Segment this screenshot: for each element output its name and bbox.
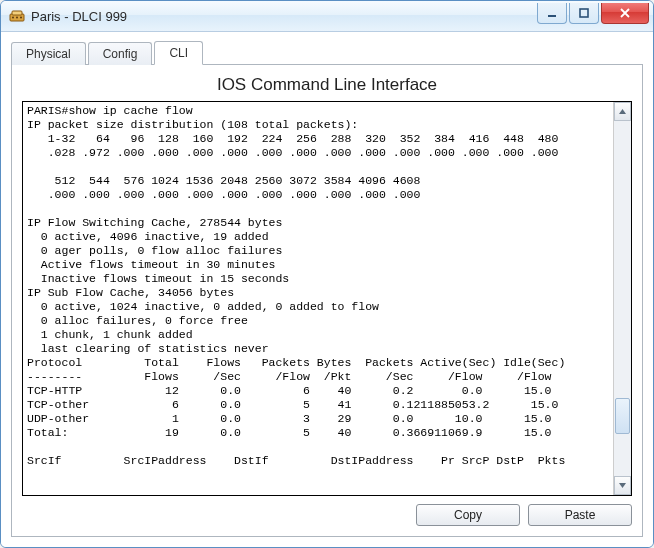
scroll-track[interactable] — [614, 121, 631, 476]
svg-point-4 — [20, 17, 22, 19]
app-icon — [9, 8, 25, 24]
button-row: Copy Paste — [22, 504, 632, 526]
panel-heading: IOS Command Line Interface — [22, 75, 632, 95]
cli-line: Protocol Total Flows Packets Bytes Packe… — [27, 356, 565, 369]
cli-line: TCP-other 6 0.0 5 41 0.1211885053.2 15.0 — [27, 398, 558, 411]
scroll-up-button[interactable] — [614, 102, 631, 121]
svg-rect-6 — [580, 9, 588, 17]
tab-cli[interactable]: CLI — [154, 41, 203, 65]
cli-panel: IOS Command Line Interface PARIS#show ip… — [11, 65, 643, 537]
cli-line: Total: 19 0.0 5 40 0.366911069.9 15.0 — [27, 426, 552, 439]
cli-line: 1-32 64 96 128 160 192 224 256 288 320 3… — [27, 132, 558, 145]
maximize-button[interactable] — [569, 3, 599, 24]
cli-line: 512 544 576 1024 1536 2048 2560 3072 358… — [27, 174, 420, 187]
svg-rect-1 — [12, 11, 22, 15]
cli-line: Inactive flows timeout in 15 seconds — [27, 272, 289, 285]
cli-line: .028 .972 .000 .000 .000 .000 .000 .000 … — [27, 146, 558, 159]
close-button[interactable] — [601, 3, 649, 24]
client-area: Physical Config CLI IOS Command Line Int… — [1, 32, 653, 547]
cli-line: IP packet size distribution (108 total p… — [27, 118, 358, 131]
window-controls — [535, 3, 649, 23]
minimize-button[interactable] — [537, 3, 567, 24]
cli-line: 0 active, 4096 inactive, 19 added — [27, 230, 269, 243]
cli-line: -------- Flows /Sec /Flow /Pkt /Sec /Flo… — [27, 370, 552, 383]
svg-rect-5 — [548, 15, 556, 17]
cli-line: SrcIf SrcIPaddress DstIf DstIPaddress Pr… — [27, 454, 565, 467]
cli-line: last clearing of statistics never — [27, 342, 269, 355]
cli-line: 0 ager polls, 0 flow alloc failures — [27, 244, 282, 257]
cli-line: 0 active, 1024 inactive, 0 added, 0 adde… — [27, 300, 379, 313]
cli-line: IP Flow Switching Cache, 278544 bytes — [27, 216, 282, 229]
tab-config[interactable]: Config — [88, 42, 153, 65]
cli-line: UDP-other 1 0.0 3 29 0.0 10.0 15.0 — [27, 412, 552, 425]
cli-line: 1 chunk, 1 chunk added — [27, 328, 193, 341]
scroll-thumb[interactable] — [615, 398, 630, 434]
terminal-frame: PARIS#show ip cache flow IP packet size … — [22, 101, 632, 496]
cli-line: IP Sub Flow Cache, 34056 bytes — [27, 286, 234, 299]
paste-button[interactable]: Paste — [528, 504, 632, 526]
scroll-down-button[interactable] — [614, 476, 631, 495]
cli-line: Active flows timeout in 30 minutes — [27, 258, 275, 271]
app-window: Paris - DLCI 999 Physical Config CLI IOS… — [0, 0, 654, 548]
svg-point-2 — [12, 17, 14, 19]
cli-line: 0 alloc failures, 0 force free — [27, 314, 248, 327]
copy-button[interactable]: Copy — [416, 504, 520, 526]
window-title: Paris - DLCI 999 — [31, 9, 535, 24]
cli-line: PARIS#show ip cache flow — [27, 104, 193, 117]
svg-point-3 — [16, 17, 18, 19]
cli-line: TCP-HTTP 12 0.0 6 40 0.2 0.0 15.0 — [27, 384, 552, 397]
terminal-scrollbar[interactable] — [613, 102, 631, 495]
tab-physical[interactable]: Physical — [11, 42, 86, 65]
cli-line: .000 .000 .000 .000 .000 .000 .000 .000 … — [27, 188, 420, 201]
terminal-output[interactable]: PARIS#show ip cache flow IP packet size … — [23, 102, 613, 495]
tabstrip: Physical Config CLI — [11, 38, 643, 65]
titlebar[interactable]: Paris - DLCI 999 — [1, 1, 653, 32]
